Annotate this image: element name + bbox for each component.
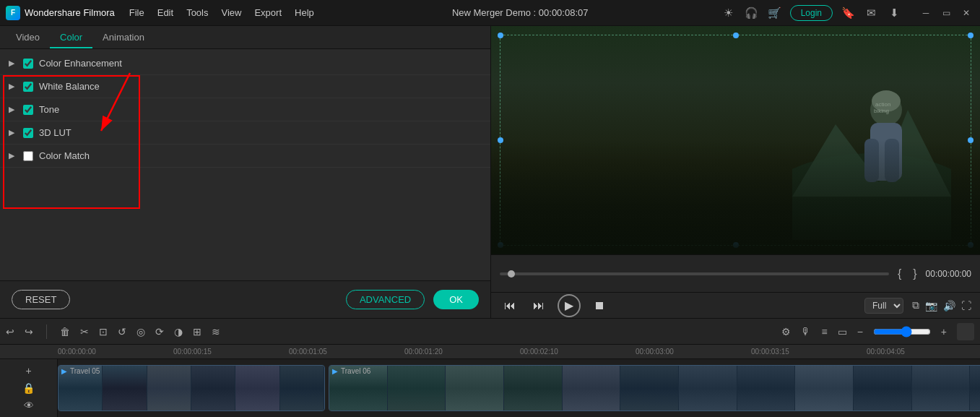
zoom-display	[957, 323, 974, 340]
color-enhancement-checkbox[interactable]	[23, 59, 33, 69]
tab-bar: Video Color Animation	[0, 26, 490, 49]
snapshot-icon[interactable]: 📷	[925, 300, 937, 311]
progress-thumb[interactable]	[508, 270, 515, 278]
clip-play-icon: ▶	[61, 367, 67, 375]
tab-color[interactable]: Color	[50, 27, 92, 48]
minimize-button[interactable]: ─	[918, 5, 934, 21]
cut-icon[interactable]: ✂	[80, 326, 89, 338]
ok-button[interactable]: OK	[433, 290, 479, 309]
playback-controls: ⏮ ⏭ ▶ ⏹	[500, 294, 610, 317]
progress-area	[500, 272, 889, 275]
handle-tl[interactable]	[498, 33, 503, 38]
bottom-buttons: RESET ADVANCED OK	[0, 280, 490, 318]
tab-video[interactable]: Video	[6, 27, 50, 48]
handle-mb[interactable]	[733, 242, 739, 248]
color-icon[interactable]: ◑	[174, 326, 183, 338]
white-balance-checkbox[interactable]	[23, 82, 33, 92]
menu-file[interactable]: File	[123, 5, 150, 20]
option-color-match[interactable]: ▶ Color Match	[0, 145, 490, 168]
toolbar-row: ↩ ↪ 🗑 ✂ ⊡ ↺ ◎ ⟳ ◑ ⊞ ≋ ⚙ 🎙 ≡ ▭ − +	[0, 319, 980, 345]
option-3d-lut[interactable]: ▶ 3D LUT	[0, 121, 490, 145]
step-back-button[interactable]: ⏮	[500, 296, 520, 316]
stabilize-icon[interactable]: ⊞	[193, 326, 201, 338]
login-button[interactable]: Login	[790, 5, 833, 21]
bookmark-icon[interactable]: 🔖	[840, 5, 856, 21]
lock-icon[interactable]: 🔒	[22, 382, 35, 394]
narration-icon[interactable]: ≡	[821, 326, 827, 338]
reset-button[interactable]: RESET	[12, 290, 70, 309]
audio-icon[interactable]: ≋	[212, 326, 220, 338]
clip-travel06[interactable]: ▶ Travel 06	[329, 365, 980, 411]
progress-slider[interactable]	[500, 272, 889, 275]
clip-frame	[679, 366, 737, 410]
menu-tools[interactable]: Tools	[181, 5, 214, 20]
speed-icon[interactable]: ⟳	[155, 326, 164, 338]
option-white-balance[interactable]: ▶ White Balance	[0, 75, 490, 98]
headset-icon[interactable]: 🎧	[744, 5, 760, 21]
effects-icon[interactable]: ◎	[136, 326, 145, 338]
chevron-icon: ▶	[9, 82, 17, 91]
menu-help[interactable]: Help	[289, 5, 320, 20]
settings-icon[interactable]: ⚙	[781, 326, 791, 338]
crop-icon[interactable]: ⊡	[99, 326, 108, 338]
clip-frame	[235, 366, 279, 410]
pip-icon[interactable]: ⧉	[912, 299, 919, 311]
frame-back-button[interactable]: ⏭	[529, 296, 549, 316]
stop-button[interactable]: ⏹	[589, 296, 610, 316]
handle-br[interactable]	[968, 242, 974, 248]
clip-label-travel06: ▶ Travel 06	[332, 367, 370, 375]
ruler-mark-3: 00:00:01:20	[404, 348, 443, 356]
timeline-area: ↩ ↪ 🗑 ✂ ⊡ ↺ ◎ ⟳ ◑ ⊞ ≋ ⚙ 🎙 ≡ ▭ − + 00:00:…	[0, 318, 980, 417]
zoom-in-icon[interactable]: +	[941, 326, 947, 338]
option-color-enhancement[interactable]: ▶ Color Enhancement	[0, 52, 490, 75]
download-icon[interactable]: ⬇	[886, 5, 902, 21]
white-balance-label: White Balance	[39, 81, 100, 92]
handle-tr[interactable]	[968, 33, 974, 38]
undo-icon[interactable]: ↩	[6, 326, 14, 338]
playback-controls-bar: ⏮ ⏭ ▶ ⏹ Full ⧉ 📷 🔊 ⛶	[491, 292, 980, 318]
option-tone[interactable]: ▶ Tone	[0, 98, 490, 121]
advanced-button[interactable]: ADVANCED	[346, 290, 425, 309]
maximize-button[interactable]: ▭	[938, 5, 954, 21]
volume-icon[interactable]: 🔊	[943, 300, 955, 311]
rotate-icon[interactable]: ↺	[118, 326, 126, 338]
playback-bar: { } 00:00:00:00	[491, 254, 980, 292]
bracket-left[interactable]: {	[895, 267, 904, 280]
color-match-checkbox[interactable]	[23, 151, 33, 161]
chevron-icon: ▶	[9, 151, 17, 160]
mic-icon[interactable]: 🎙	[801, 326, 811, 338]
color-match-label: Color Match	[39, 150, 90, 161]
left-panel: Video Color Animation ▶	[0, 26, 491, 318]
handle-ml[interactable]	[498, 137, 503, 143]
delete-icon[interactable]: 🗑	[60, 326, 70, 338]
light-icon[interactable]: ☀	[721, 5, 737, 21]
eye-icon[interactable]: 👁	[24, 400, 34, 411]
tab-animation[interactable]: Animation	[92, 27, 155, 48]
add-track-icon[interactable]: +	[25, 365, 31, 377]
svg-text:biking: biking	[874, 108, 889, 114]
zoom-out-icon[interactable]: −	[857, 326, 863, 338]
clip-name-travel06: Travel 06	[341, 367, 370, 375]
handle-mt[interactable]	[733, 33, 739, 38]
bracket-right[interactable]: }	[910, 267, 919, 280]
track-area: + 🔒 👁 ▶ Travel 05	[0, 359, 980, 417]
zoom-slider[interactable]	[873, 326, 931, 338]
mail-icon[interactable]: ✉	[863, 5, 879, 21]
menu-view[interactable]: View	[215, 5, 247, 20]
clip-travel05[interactable]: ▶ Travel 05	[58, 365, 325, 411]
handle-mr[interactable]	[968, 137, 974, 143]
toolbar-separator	[46, 324, 47, 339]
audio-meter-icon[interactable]: ▭	[838, 326, 847, 338]
quality-select[interactable]: Full	[864, 298, 903, 314]
close-button[interactable]: ✕	[958, 5, 974, 21]
3dlut-checkbox[interactable]	[23, 128, 33, 138]
menu-edit[interactable]: Edit	[152, 5, 179, 20]
ruler-mark-6: 00:00:03:15	[751, 348, 789, 356]
fullscreen-icon[interactable]: ⛶	[961, 300, 971, 311]
play-button[interactable]: ▶	[558, 294, 581, 317]
tone-checkbox[interactable]	[23, 105, 33, 115]
menu-export[interactable]: Export	[248, 5, 287, 20]
cart-icon[interactable]: 🛒	[767, 5, 783, 21]
redo-icon[interactable]: ↪	[25, 326, 33, 338]
handle-bl[interactable]	[498, 242, 503, 248]
